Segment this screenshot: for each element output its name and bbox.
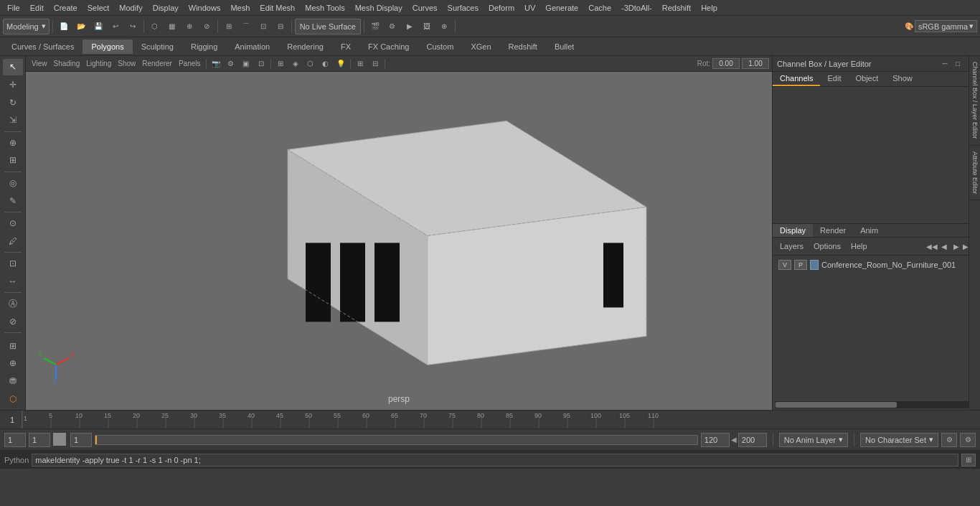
smooth-shade-icon[interactable]: ◈: [288, 57, 303, 70]
snap-together-tool[interactable]: ⊡: [3, 256, 23, 272]
frame-range-end-field[interactable]: 200: [738, 433, 767, 447]
snap-to-view-icon[interactable]: ⊟: [273, 19, 288, 34]
menu-curves[interactable]: Curves: [408, 2, 442, 14]
view-menu[interactable]: View: [29, 58, 50, 69]
menu-windows[interactable]: Windows: [184, 2, 225, 14]
tab-xgen[interactable]: XGen: [462, 39, 499, 54]
tab-channels[interactable]: Channels: [773, 72, 820, 86]
tab-object[interactable]: Object: [848, 72, 885, 86]
command-input[interactable]: [32, 454, 958, 467]
grid-display-icon[interactable]: ⊞: [353, 57, 367, 70]
anim-layer-settings-btn[interactable]: ⚙: [941, 433, 957, 447]
layer-nav-next-icon[interactable]: ▶: [951, 240, 962, 252]
dimension-tool[interactable]: ↔: [3, 273, 23, 290]
menu-create[interactable]: Create: [50, 2, 82, 14]
layer-visibility-btn[interactable]: V: [778, 260, 791, 270]
scale-tool[interactable]: ⇲: [3, 112, 23, 128]
tab-display[interactable]: Display: [773, 224, 813, 237]
camera-settings-icon[interactable]: ⚙: [224, 57, 238, 70]
tab-bullet[interactable]: Bullet: [546, 39, 583, 54]
menu-help[interactable]: Help: [697, 2, 722, 14]
show-manipulator-tool[interactable]: ⊕: [3, 134, 23, 151]
menu-3dtoa[interactable]: -3DtoAll-: [617, 2, 656, 14]
help-btn[interactable]: Help: [847, 240, 872, 252]
frame-end-field[interactable]: 120: [701, 433, 730, 447]
layer-color-swatch[interactable]: [810, 260, 819, 270]
channel-box-minimize-btn[interactable]: ─: [940, 59, 950, 69]
tab-edit[interactable]: Edit: [820, 72, 848, 86]
menu-redshift[interactable]: Redshift: [658, 2, 695, 14]
tab-redshift[interactable]: Redshift: [500, 39, 546, 54]
show-menu[interactable]: Show: [115, 58, 138, 69]
layer-nav-left-icon[interactable]: ◀◀: [926, 240, 938, 252]
menu-uv[interactable]: UV: [520, 2, 540, 14]
select-by-hierarchy-icon[interactable]: ▦: [164, 19, 180, 34]
grid-icon[interactable]: ⊞: [3, 337, 23, 354]
menu-edit[interactable]: Edit: [26, 2, 48, 14]
annotate-tool[interactable]: Ⓐ: [3, 296, 23, 312]
hud-icon[interactable]: ⊟: [368, 57, 382, 70]
menu-deform[interactable]: Deform: [484, 2, 519, 14]
open-scene-icon[interactable]: 📂: [73, 19, 89, 34]
tab-fx[interactable]: FX: [332, 39, 359, 54]
snap-grid-icon[interactable]: ⊕: [3, 355, 23, 372]
tab-render[interactable]: Render: [813, 224, 853, 237]
timeline-scrubber[interactable]: [95, 435, 698, 445]
frame-field-1[interactable]: 1: [4, 433, 26, 447]
menu-mesh-display[interactable]: Mesh Display: [351, 2, 407, 14]
live-surface-button[interactable]: No Live Surface: [295, 19, 361, 34]
select-by-component-icon[interactable]: ⬡: [147, 19, 163, 34]
layers-option-btn[interactable]: Layers: [776, 240, 808, 252]
soft-mod-tool[interactable]: ◎: [3, 175, 23, 192]
tab-sculpting[interactable]: Sculpting: [133, 39, 182, 54]
shading-menu[interactable]: Shading: [51, 58, 83, 69]
frame-field-current[interactable]: 1: [70, 433, 92, 447]
viewport[interactable]: X Y Z persp: [26, 72, 772, 410]
menu-select[interactable]: Select: [83, 2, 114, 14]
redo-icon[interactable]: ↪: [125, 19, 141, 34]
undo-icon[interactable]: ↩: [108, 19, 123, 34]
tab-polygons[interactable]: Polygons: [83, 39, 132, 54]
menu-mesh[interactable]: Mesh: [226, 2, 254, 14]
custom-manipulator-tool[interactable]: ⊞: [3, 152, 23, 169]
menu-display[interactable]: Display: [149, 2, 183, 14]
timeline-ruler[interactable]: 1 5 10 15 20 25 30 35 40: [22, 411, 977, 428]
panels-menu[interactable]: Panels: [176, 58, 204, 69]
save-scene-icon[interactable]: 💾: [90, 19, 106, 34]
options-btn[interactable]: Options: [809, 240, 845, 252]
menu-generate[interactable]: Generate: [541, 2, 583, 14]
render-icon[interactable]: 🎬: [367, 19, 383, 34]
tab-fx-caching[interactable]: FX Caching: [359, 39, 418, 54]
channel-box-maximize-btn[interactable]: □: [953, 59, 963, 69]
frame-field-2[interactable]: 1: [29, 433, 50, 447]
textured-icon[interactable]: ⬡: [303, 57, 318, 70]
character-set-dropdown[interactable]: No Character Set ▾: [860, 433, 938, 447]
snap-to-curve-icon[interactable]: ⌒: [238, 19, 254, 34]
workspace-icon[interactable]: ⬡: [3, 390, 23, 407]
menu-file[interactable]: File: [3, 2, 24, 14]
script-editor-icon[interactable]: ⊞: [961, 454, 976, 467]
tab-rigging[interactable]: Rigging: [182, 39, 226, 54]
paint-select-icon[interactable]: ⊘: [199, 19, 215, 34]
snap-to-point-icon[interactable]: ⊡: [255, 19, 271, 34]
tab-show[interactable]: Show: [885, 72, 920, 86]
xray-tool[interactable]: ⊘: [3, 314, 23, 330]
tab-rendering[interactable]: Rendering: [278, 39, 332, 54]
right-tab-attribute-editor[interactable]: Attribute Editor: [969, 146, 980, 201]
layer-scrollbar-thumb[interactable]: [776, 402, 897, 408]
lights-icon[interactable]: 💡: [334, 57, 348, 70]
tab-custom[interactable]: Custom: [418, 39, 463, 54]
tab-animation[interactable]: Animation: [226, 39, 278, 54]
quick-rig-icon[interactable]: ⛃: [3, 373, 23, 390]
menu-cache[interactable]: Cache: [584, 2, 616, 14]
menu-mesh-tools[interactable]: Mesh Tools: [301, 2, 349, 14]
ambient-icon[interactable]: ◐: [319, 57, 333, 70]
workspace-dropdown[interactable]: Modeling ▾: [3, 19, 50, 34]
rot-x-value[interactable]: 0.00: [712, 58, 740, 69]
select-tool[interactable]: ↖: [3, 59, 23, 75]
ipr-icon[interactable]: ▶: [402, 19, 418, 34]
menu-modify[interactable]: Modify: [115, 2, 146, 14]
tab-curves-surfaces[interactable]: Curves / Surfaces: [3, 39, 83, 54]
film-gate-icon[interactable]: ▣: [239, 57, 253, 70]
renderer-menu[interactable]: Renderer: [139, 58, 175, 69]
